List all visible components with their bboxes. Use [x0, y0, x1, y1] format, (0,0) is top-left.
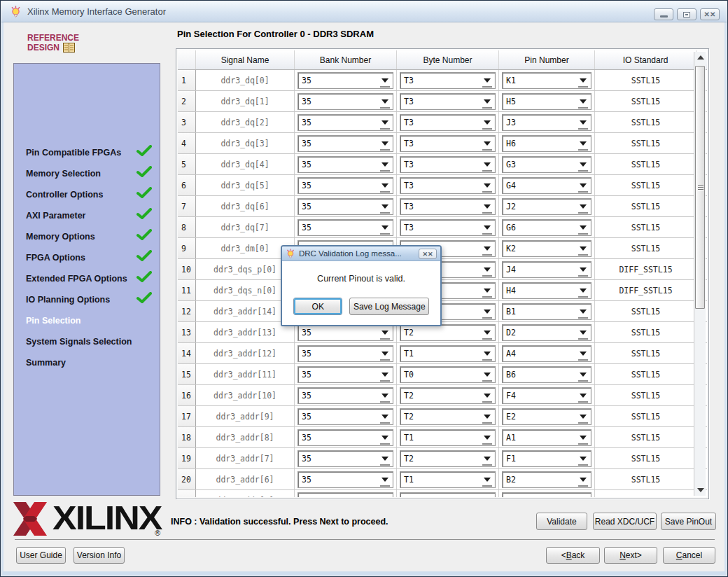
bank-number-combobox[interactable]: 35	[298, 408, 393, 425]
pin-number-combobox[interactable]: H6	[502, 135, 592, 152]
byte-number-combobox[interactable]: T3	[400, 219, 496, 236]
byte-number-combobox[interactable]: T3	[400, 135, 496, 152]
bank-number-combobox[interactable]: 35	[298, 492, 393, 498]
chevron-down-icon	[484, 288, 491, 293]
table-scrollbar[interactable]	[694, 52, 706, 496]
byte-number-combobox[interactable]: T2	[400, 408, 496, 425]
byte-number-combobox[interactable]: T3	[400, 177, 496, 194]
read-xdc-ucf-button[interactable]: Read XDC/UCF	[593, 513, 657, 530]
combo-shaft-icon	[380, 485, 390, 487]
pin-number-combobox[interactable]: B6	[502, 366, 592, 383]
bank-number-combobox[interactable]: 35	[298, 219, 393, 236]
byte-number-combobox[interactable]: T1	[400, 345, 496, 362]
sidebar-item-controller-options[interactable]: Controller Options	[14, 184, 160, 205]
cancel-button[interactable]: Cancel	[663, 547, 715, 564]
sidebar-item-pin-compatible-fpgas[interactable]: Pin Compatible FPGAs	[14, 142, 160, 163]
pin-number-combobox[interactable]: K1	[502, 72, 592, 89]
user-guide-button[interactable]: User Guide	[16, 547, 66, 564]
pin-number-combobox[interactable]: A3	[502, 492, 592, 498]
combo-shaft-icon	[380, 191, 390, 193]
pin-number-combobox[interactable]: J2	[502, 198, 592, 215]
sidebar-item-memory-selection[interactable]: Memory Selection	[14, 163, 160, 184]
pin-number-combobox[interactable]: G3	[502, 156, 592, 173]
bank-number-combobox[interactable]: 35	[298, 156, 393, 173]
pin-number-combobox[interactable]: F1	[502, 450, 592, 467]
combo-shaft-icon	[578, 107, 588, 109]
row-index: 4	[178, 133, 196, 153]
byte-number-combobox[interactable]: T1	[400, 429, 496, 446]
bank-number-combobox[interactable]: 35	[298, 177, 393, 194]
byte-number-combobox[interactable]: T2	[400, 450, 496, 467]
byte-number-combobox[interactable]: T1	[400, 492, 496, 498]
combo-shaft-icon	[482, 254, 492, 256]
bank-number-combobox[interactable]: 35	[298, 450, 393, 467]
combo-value: G6	[506, 223, 516, 232]
combo-shaft-icon	[482, 380, 492, 382]
byte-number-combobox[interactable]: T0	[400, 366, 496, 383]
combo-shaft-icon	[380, 170, 390, 172]
bank-number-combobox[interactable]: 35	[298, 114, 393, 131]
sidebar-item-axi-parameter[interactable]: AXI Parameter	[14, 205, 160, 226]
next-button[interactable]: Next>	[604, 547, 657, 564]
pin-number-combobox[interactable]: J4	[502, 261, 592, 278]
pin-number-combobox[interactable]: E2	[502, 408, 592, 425]
pin-number-combobox[interactable]: G4	[502, 177, 592, 194]
scroll-down-arrow-icon[interactable]	[694, 485, 706, 496]
pin-number-combobox[interactable]: H4	[502, 282, 592, 299]
pin-number-combobox[interactable]: G6	[502, 219, 592, 236]
table-row: 20ddr3_addr[6]35T1B2SSTL15	[178, 469, 707, 490]
bank-number-combobox[interactable]: 35	[298, 387, 393, 404]
byte-number-combobox[interactable]: T3	[400, 156, 496, 173]
ok-button[interactable]: OK	[293, 298, 342, 315]
bank-number-combobox[interactable]: 35	[298, 471, 393, 488]
pin-number-combobox[interactable]: F4	[502, 387, 592, 404]
pin-number-combobox[interactable]: A1	[502, 429, 592, 446]
sidebar-item-summary[interactable]: Summary	[14, 352, 160, 373]
bank-number-combobox[interactable]: 35	[298, 93, 393, 110]
maximize-button[interactable]	[677, 8, 696, 20]
bank-number-combobox[interactable]: 35	[298, 198, 393, 215]
bank-number-combobox[interactable]: 35	[298, 429, 393, 446]
bank-number-combobox[interactable]: 35	[298, 135, 393, 152]
byte-number-combobox[interactable]: T2	[400, 324, 496, 341]
sidebar-item-memory-options[interactable]: Memory Options	[14, 226, 160, 247]
bank-number-combobox[interactable]: 35	[298, 345, 393, 362]
io-standard-cell: SSTL15	[595, 385, 696, 405]
save-log-message-button[interactable]: Save Log Message	[349, 298, 429, 315]
validate-button[interactable]: Validate	[536, 513, 587, 530]
byte-number-combobox[interactable]: T3	[400, 114, 496, 131]
sidebar-item-io-planning-options[interactable]: IO Planning Options	[14, 289, 160, 310]
save-pinout-button[interactable]: Save PinOut	[661, 513, 716, 530]
pin-number-combobox[interactable]: K2	[502, 240, 592, 257]
sidebar-item-system-signals-selection[interactable]: System Signals Selection	[14, 331, 160, 352]
dialog-title-bar[interactable]: DRC Validation Log messa... ✕✕	[282, 246, 440, 261]
signal-name-cell: ddr3_dq[0]	[196, 70, 295, 90]
io-standard-cell: SSTL15	[595, 175, 696, 195]
pin-number-combobox[interactable]: B1	[502, 303, 592, 320]
byte-number-combobox[interactable]: T2	[400, 387, 496, 404]
sidebar-item-extended-fpga-options[interactable]: Extended FPGA Options	[14, 268, 160, 289]
sidebar-item-pin-selection[interactable]: Pin Selection	[14, 310, 160, 331]
pin-number-combobox[interactable]: B2	[502, 471, 592, 488]
byte-number-combobox[interactable]: T3	[400, 93, 496, 110]
minimize-button[interactable]	[654, 8, 673, 20]
back-button[interactable]: < Back	[546, 547, 600, 564]
sidebar-item-fpga-options[interactable]: FPGA Options	[14, 247, 160, 268]
bank-number-combobox[interactable]: 35	[298, 72, 393, 89]
close-button[interactable]: ✕✕	[700, 8, 720, 20]
byte-number-combobox[interactable]: T3	[400, 198, 496, 215]
byte-number-combobox[interactable]: T1	[400, 471, 496, 488]
pin-number-combobox[interactable]: D2	[502, 324, 592, 341]
scrollbar-thumb[interactable]	[695, 66, 705, 309]
dialog-close-button[interactable]: ✕✕	[419, 249, 437, 259]
combo-shaft-icon	[482, 317, 492, 319]
pin-number-combobox[interactable]: H5	[502, 93, 592, 110]
bank-number-combobox[interactable]: 35	[298, 366, 393, 383]
combo-value: T0	[404, 370, 414, 380]
pin-number-combobox[interactable]: J3	[502, 114, 592, 131]
scroll-up-arrow-icon[interactable]	[694, 52, 706, 63]
bank-number-combobox[interactable]: 35	[298, 324, 393, 341]
byte-number-combobox[interactable]: T3	[400, 72, 496, 89]
pin-number-combobox[interactable]: A4	[502, 345, 592, 362]
version-info-button[interactable]: Version Info	[74, 547, 125, 564]
